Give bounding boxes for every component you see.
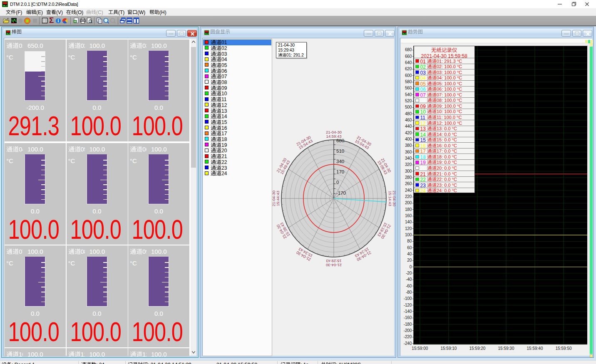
- svg-text:340: 340: [336, 159, 344, 164]
- svg-text:170: 170: [336, 169, 344, 174]
- svg-text:-170: -170: [336, 191, 346, 196]
- svg-text:680: 680: [336, 138, 344, 143]
- svg-text:0: 0: [336, 180, 339, 185]
- svg-text:510: 510: [336, 149, 344, 154]
